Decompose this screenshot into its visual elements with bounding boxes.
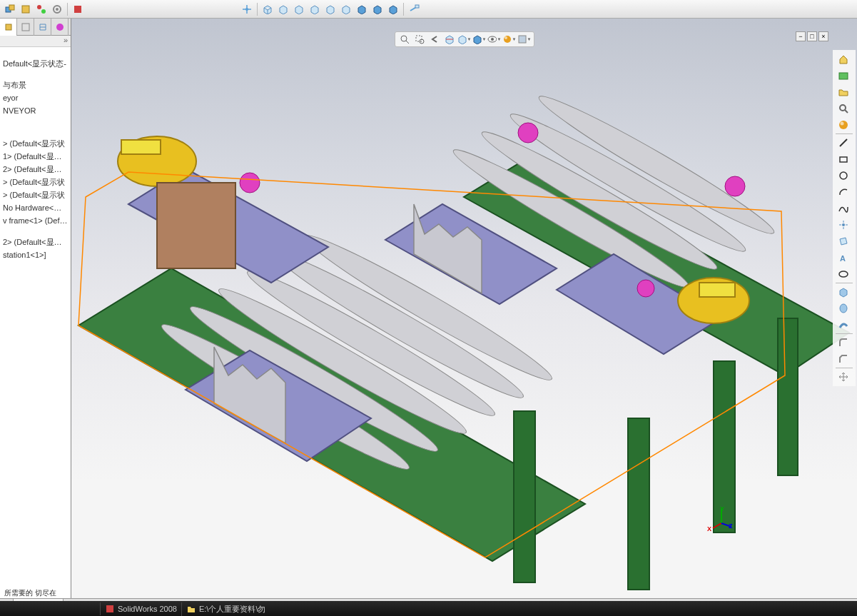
feature-tree-panel: » Default<显示状态- 与布景 eyor NVEYOR > (Defau… <box>0 19 71 598</box>
circle-tool-icon[interactable] <box>834 168 853 183</box>
svg-rect-57 <box>106 605 113 612</box>
tree-item[interactable]: eyor <box>1 91 69 104</box>
y-axis-label: Y <box>720 505 724 513</box>
svg-rect-10 <box>6 24 11 30</box>
trimetric-view-icon[interactable] <box>386 2 400 16</box>
plane-tool-icon[interactable] <box>834 233 853 249</box>
svg-rect-22 <box>628 418 649 590</box>
bottom-view-icon[interactable] <box>339 2 353 16</box>
tree-part[interactable]: No Hardware<显示 <box>1 201 69 214</box>
spline-tool-icon[interactable] <box>834 201 853 216</box>
move-icon[interactable] <box>834 369 853 385</box>
svg-rect-39 <box>157 183 235 268</box>
separator <box>257 3 258 16</box>
taskbar-app-solidworks[interactable]: SolidWorks 2008 <box>100 602 181 615</box>
iso-view-icon[interactable] <box>355 2 369 16</box>
svg-rect-51 <box>840 157 847 162</box>
taskbar-folder[interactable]: E:\个人重要资料\勿 <box>181 602 270 616</box>
svg-rect-1 <box>9 5 14 10</box>
tree-part[interactable]: 1> (Default<显示状 <box>1 150 69 163</box>
orbit-icon[interactable] <box>240 2 254 16</box>
tree-part[interactable]: > (Default<显示状 <box>1 176 69 188</box>
svg-rect-7 <box>74 6 81 13</box>
sweep-icon[interactable] <box>834 317 853 333</box>
tree-part[interactable]: > (Default<显示状 <box>1 137 69 150</box>
property-tab[interactable] <box>17 19 34 36</box>
left-view-icon[interactable] <box>292 2 306 16</box>
svg-point-4 <box>41 9 46 14</box>
svg-rect-9 <box>415 5 419 8</box>
taskbar-app-label: SolidWorks 2008 <box>118 605 177 613</box>
svg-point-3 <box>37 5 41 9</box>
text-tool-icon[interactable]: A <box>834 250 853 266</box>
svg-rect-21 <box>514 411 535 582</box>
ellipse-tool-icon[interactable] <box>834 266 853 282</box>
tree-part[interactable]: station1<1>] <box>1 248 69 261</box>
appearance-ball-icon[interactable] <box>834 117 853 133</box>
part-icon[interactable] <box>19 2 33 16</box>
svg-line-44 <box>713 523 721 528</box>
svg-rect-47 <box>839 73 848 79</box>
svg-point-12 <box>56 24 64 31</box>
rectangle-tool-icon[interactable] <box>834 151 853 167</box>
taskbar: SolidWorks 2008 E:\个人重要资料\勿 <box>0 601 857 616</box>
library-icon[interactable] <box>834 68 853 84</box>
tree-item[interactable]: NVEYOR <box>1 104 69 117</box>
chamfer-icon[interactable] <box>834 351 853 367</box>
separator <box>403 3 404 16</box>
tree-part[interactable]: v frame<1> (Defau <box>1 214 69 227</box>
svg-point-43 <box>637 280 654 297</box>
svg-text:A: A <box>840 254 846 263</box>
svg-rect-2 <box>22 6 29 13</box>
top-view-icon[interactable] <box>323 2 338 16</box>
separator <box>67 3 68 16</box>
normal-to-icon[interactable] <box>407 2 421 16</box>
point-tool-icon[interactable] <box>834 217 853 233</box>
svg-point-52 <box>840 172 847 179</box>
svg-point-40 <box>240 173 260 193</box>
back-view-icon[interactable] <box>276 2 290 16</box>
orientation-triad[interactable]: X Y Z <box>707 505 736 534</box>
3d-viewport[interactable]: ▼ ▼ ▼ ▼ ▼ − □ × <box>71 19 857 598</box>
explode-icon[interactable] <box>34 2 49 16</box>
separator <box>836 333 853 334</box>
arc-tool-icon[interactable] <box>834 184 853 200</box>
display-tab[interactable] <box>51 19 69 36</box>
svg-point-55 <box>839 271 848 277</box>
tree-part[interactable]: 2> (Default<显示状 <box>1 163 69 176</box>
tree-scene[interactable]: 与布景 <box>1 79 69 91</box>
home-icon[interactable] <box>834 51 853 67</box>
revolve-icon[interactable] <box>834 301 853 316</box>
feature-tabs <box>0 19 71 36</box>
svg-point-49 <box>839 121 848 129</box>
front-view-icon[interactable] <box>260 2 275 16</box>
extrude-icon[interactable] <box>834 284 853 300</box>
line-tool-icon[interactable] <box>834 135 853 151</box>
svg-point-41 <box>518 123 538 143</box>
svg-rect-36 <box>121 140 161 154</box>
svg-rect-38 <box>699 283 735 297</box>
svg-point-50 <box>841 122 844 126</box>
assembly-icon[interactable] <box>3 2 17 16</box>
dimetric-view-icon[interactable] <box>370 2 385 16</box>
view-toolbar <box>237 0 437 19</box>
right-toolbar: A <box>833 50 856 386</box>
svg-point-56 <box>840 304 847 313</box>
tree-config[interactable]: Default<显示状态- <box>1 57 69 70</box>
x-axis-label: X <box>707 525 711 532</box>
folder-icon <box>186 604 196 614</box>
tree-part[interactable]: > (Default<显示状 <box>1 188 69 201</box>
gear-icon[interactable] <box>50 2 64 16</box>
right-view-icon[interactable] <box>308 2 322 16</box>
nav-overflow-icon[interactable]: » <box>64 36 68 46</box>
taskbar-folder-label: E:\个人重要资料\勿 <box>199 604 266 615</box>
separator <box>836 368 853 368</box>
tree-part[interactable]: 2> (Default<显示状 <box>1 236 69 248</box>
search-icon[interactable] <box>834 101 853 116</box>
svg-point-48 <box>840 105 846 111</box>
feature-tree-tab[interactable] <box>0 19 17 36</box>
fillet-icon[interactable] <box>834 335 853 350</box>
stop-icon[interactable] <box>71 2 85 16</box>
config-tab[interactable] <box>34 19 51 36</box>
folder-icon[interactable] <box>834 84 853 100</box>
